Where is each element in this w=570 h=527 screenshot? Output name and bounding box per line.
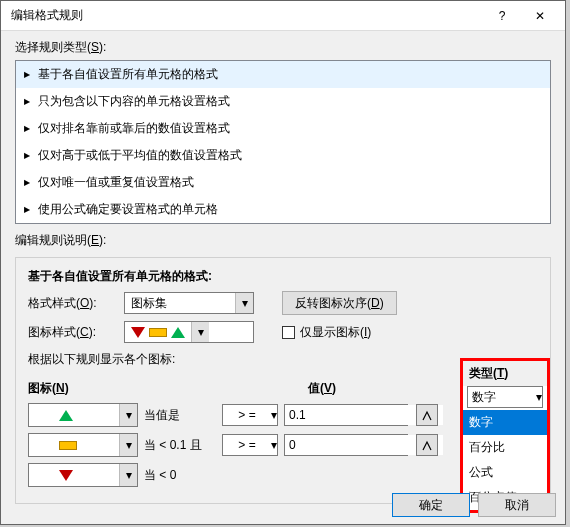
reverse-icon-order-button[interactable]: 反转图标次序(D) (282, 291, 397, 315)
show-icon-only-checkbox[interactable]: 仅显示图标(I) (282, 324, 371, 341)
dialog-title: 编辑格式规则 (11, 7, 483, 24)
icon-style-combo[interactable]: ▾ (124, 321, 254, 343)
desc-title: 基于各自值设置所有单元格的格式: (28, 268, 538, 285)
triangle-up-green-icon (171, 327, 185, 338)
col-header-type: 类型(T) (463, 361, 547, 386)
condition-label: 当 < 0 (144, 467, 216, 484)
type-option[interactable]: 数字 (463, 410, 547, 435)
type-combo[interactable]: 数字 ▾ (467, 386, 543, 408)
rule-type-item[interactable]: ▶只为包含以下内容的单元格设置格式 (16, 88, 550, 115)
help-button[interactable]: ? (483, 2, 521, 30)
value-input[interactable] (284, 434, 408, 456)
select-rule-type-label: 选择规则类型(S): (1, 31, 565, 60)
rule-type-item[interactable]: ▶仅对唯一值或重复值设置格式 (16, 169, 550, 196)
triangle-down-red-icon (131, 327, 145, 338)
format-style-combo[interactable]: 图标集 ▾ (124, 292, 254, 314)
range-picker-button[interactable] (416, 404, 438, 426)
chevron-down-icon: ▾ (191, 322, 209, 342)
operator-combo[interactable]: > =▾ (222, 404, 278, 426)
type-column-highlight: 类型(T) 数字 ▾ 数字 百分比 公式 百分点值 (460, 358, 550, 513)
rule-type-item[interactable]: ▶使用公式确定要设置格式的单元格 (16, 196, 550, 223)
icon-picker[interactable]: ▾ (28, 463, 138, 487)
rule-type-item[interactable]: ▶基于各自值设置所有单元格的格式 (16, 61, 550, 88)
format-style-label: 格式样式(O): (28, 295, 116, 312)
rect-yellow-icon (149, 328, 167, 337)
icon-style-label: 图标样式(C): (28, 324, 116, 341)
operator-combo[interactable]: > =▾ (222, 434, 278, 456)
chevron-down-icon: ▾ (119, 404, 137, 426)
icon-picker[interactable]: ▾ (28, 433, 138, 457)
chevron-down-icon: ▾ (271, 408, 277, 422)
title-bar: 编辑格式规则 ? ✕ (1, 1, 565, 31)
cancel-button[interactable]: 取消 (478, 493, 556, 517)
chevron-down-icon: ▾ (271, 438, 277, 452)
chevron-down-icon: ▾ (119, 464, 137, 486)
condition-label: 当值是 (144, 407, 216, 424)
icon-picker[interactable]: ▾ (28, 403, 138, 427)
value-input[interactable] (284, 404, 408, 426)
rule-type-list[interactable]: ▶基于各自值设置所有单元格的格式 ▶只为包含以下内容的单元格设置格式 ▶仅对排名… (15, 60, 551, 224)
rule-type-item[interactable]: ▶仅对排名靠前或靠后的数值设置格式 (16, 115, 550, 142)
type-option[interactable]: 公式 (463, 460, 547, 485)
range-picker-button[interactable] (416, 434, 438, 456)
rect-yellow-icon (59, 441, 77, 450)
condition-label: 当 < 0.1 且 (144, 437, 216, 454)
close-button[interactable]: ✕ (521, 2, 559, 30)
edit-rule-desc-label: 编辑规则说明(E): (1, 224, 565, 253)
col-header-icon: 图标(N) (28, 380, 228, 397)
chevron-down-icon: ▾ (536, 390, 542, 404)
triangle-up-green-icon (59, 410, 73, 421)
triangle-down-red-icon (59, 470, 73, 481)
dialog-window: 编辑格式规则 ? ✕ 选择规则类型(S): ▶基于各自值设置所有单元格的格式 ▶… (0, 0, 566, 525)
chevron-down-icon: ▾ (235, 293, 253, 313)
dialog-footer: 确定 取消 (392, 493, 556, 517)
checkbox-icon (282, 326, 295, 339)
type-option[interactable]: 百分比 (463, 435, 547, 460)
rule-type-item[interactable]: ▶仅对高于或低于平均值的数值设置格式 (16, 142, 550, 169)
ok-button[interactable]: 确定 (392, 493, 470, 517)
col-header-value: 值(V) (228, 380, 428, 397)
chevron-down-icon: ▾ (119, 434, 137, 456)
